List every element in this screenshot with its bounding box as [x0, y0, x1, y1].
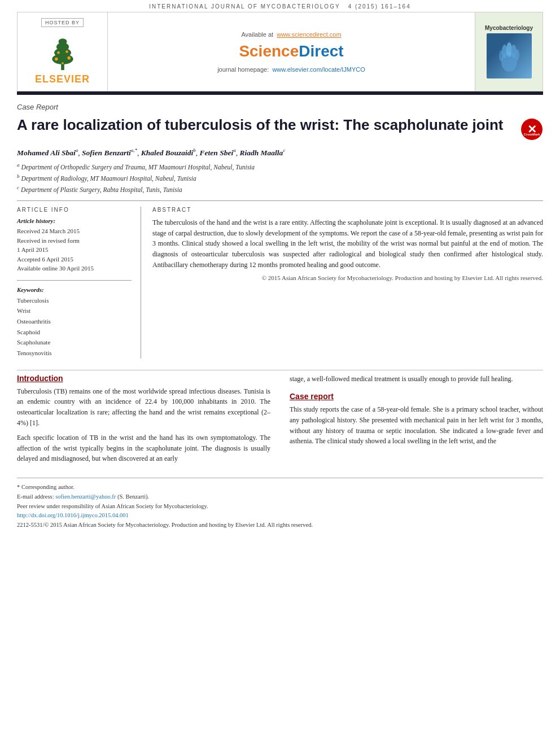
online-date: Available online 30 April 2015	[17, 264, 132, 273]
abstract-column: Abstract The tuberculosis of the hand an…	[152, 207, 543, 359]
journal-header-bar: International Journal of Mycobacteriolog…	[0, 0, 560, 12]
decorative-bar	[17, 91, 543, 95]
sd-direct: Direct	[299, 42, 343, 60]
accepted-date: Accepted 6 April 2015	[17, 255, 132, 264]
doi-anchor[interactable]: http://dx.doi.org/10.1016/j.ijmyco.2015.…	[17, 512, 129, 518]
revised-date: 1 April 2015	[17, 245, 132, 255]
journal-header: Hosted By ELSEVIER Availa	[17, 12, 543, 91]
author-3: Khaled Bouzaidi	[141, 148, 194, 157]
case-report-title: Case report	[290, 392, 543, 401]
svg-point-15	[499, 50, 504, 62]
elsevier-tree-icon	[46, 32, 80, 71]
corresponding-author-note: * Corresponding author. E-mail address: …	[17, 483, 543, 530]
author-2-sup: a,*	[131, 147, 137, 153]
svg-point-6	[67, 56, 71, 60]
journal-cover-image	[487, 33, 532, 78]
article-info-column: Article Info Article history: Received 2…	[17, 207, 141, 359]
svg-point-8	[65, 50, 68, 53]
footnote-section: * Corresponding author. E-mail address: …	[17, 478, 543, 530]
email-link[interactable]: sofien.benzarti@yahoo.fr	[55, 493, 116, 500]
email-line: E-mail address: sofien.benzarti@yahoo.fr…	[17, 492, 543, 502]
divider-1	[17, 200, 543, 201]
journal-homepage: journal homepage: www.elsevier.com/locat…	[217, 66, 365, 73]
journal-url[interactable]: www.elsevier.com/locate/IJMYCO	[272, 66, 365, 73]
keyword-1: Tuberculosis	[17, 295, 132, 306]
svg-point-7	[57, 51, 60, 54]
article-type-label: Case Report	[17, 103, 543, 111]
author-1-sup: a	[76, 147, 78, 153]
introduction-title: Introduction	[17, 374, 270, 383]
author-5: Riadh Maalla	[239, 148, 283, 157]
issn-note: 2212-5531/© 2015 Asian African Society f…	[17, 521, 543, 530]
case-report-body: This study reports the case of a 58-year…	[290, 404, 543, 446]
introduction-body: Tuberculosis (TB) remains one of the mos…	[17, 386, 270, 464]
affiliation-b: b Department of Radiology, MT Maamouri H…	[17, 172, 543, 184]
author-5-sup: c	[283, 147, 285, 153]
elsevier-text: ELSEVIER	[35, 73, 90, 85]
case-report-column: stage, a well-followed medical treatment…	[287, 374, 543, 469]
authors-list: Mohamed Ali Sbaia, Sofien Benzartia,*, K…	[17, 147, 543, 158]
article-info-heading: Article Info	[17, 207, 132, 213]
author-3-sup: b	[193, 147, 196, 153]
affiliations-list: a Department of Orthopedic Surgery and T…	[17, 161, 543, 195]
corresponding-label: * Corresponding author.	[17, 483, 543, 492]
author-4: Feten Sbei	[200, 148, 234, 157]
svg-point-9	[62, 62, 64, 64]
elsevier-logo: ELSEVIER	[35, 32, 90, 85]
body-two-col: Introduction Tuberculosis (TB) remains o…	[17, 374, 543, 469]
sd-science: Science	[239, 42, 299, 60]
svg-point-4	[58, 38, 67, 45]
keyword-2: Wrist	[17, 305, 132, 316]
volume-info: 4 (2015) 161–164	[348, 3, 411, 10]
affiliation-a: a Department of Orthopedic Surgery and T…	[17, 161, 543, 172]
keyword-6: Tenosynovitis	[17, 348, 132, 359]
doi-link: http://dx.doi.org/10.1016/j.ijmyco.2015.…	[17, 511, 543, 521]
available-at-label: Available at www.sciencedirect.com	[241, 31, 341, 38]
info-abstract-section: Article Info Article history: Received 2…	[17, 207, 543, 359]
sciencedirect-brand: ScienceDirect	[239, 42, 343, 60]
affiliation-c: c Department of Plastic Surgery, Rabta H…	[17, 184, 543, 195]
intro-continued-text: stage, a well-followed medical treatment…	[290, 374, 543, 385]
intro-para-2: Each specific location of TB in the wris…	[17, 433, 270, 464]
sciencedirect-section: Available at www.sciencedirect.com Scien…	[108, 12, 475, 91]
divider-keywords	[17, 280, 132, 281]
main-content: Case Report A rare localization of tuber…	[0, 103, 560, 530]
abstract-heading: Abstract	[152, 207, 543, 213]
svg-point-14	[515, 49, 519, 60]
abstract-text: The tuberculosis of the hand and the wri…	[152, 217, 543, 270]
svg-point-5	[55, 58, 58, 61]
article-title-section: A rare localization of tuberculosis of t…	[17, 116, 543, 141]
article-title-text: A rare localization of tuberculosis of t…	[17, 116, 520, 135]
intro-para-1: Tuberculosis (TB) remains one of the mos…	[17, 386, 270, 428]
revised-label: Received in revised form	[17, 236, 132, 246]
author-4-sup: a	[233, 147, 236, 153]
author-1: Mohamed Ali Sbai	[17, 148, 76, 157]
elsevier-logo-section: Hosted By ELSEVIER	[18, 12, 108, 91]
keyword-3: Osteoarthritis	[17, 316, 132, 327]
peer-review-note: Peer review under responsibility of Asia…	[17, 502, 543, 512]
body-section: Introduction Tuberculosis (TB) remains o…	[17, 370, 543, 469]
journal-label: Mycobacteriology	[485, 25, 533, 31]
case-report-para-1: This study reports the case of a 58-year…	[290, 404, 543, 446]
abstract-copyright: © 2015 Asian African Society for Mycobac…	[152, 274, 543, 281]
author-2: Sofien Benzarti	[82, 148, 131, 157]
keyword-5: Scapholunate	[17, 337, 132, 348]
introduction-column: Introduction Tuberculosis (TB) remains o…	[17, 374, 276, 469]
history-label: Article history:	[17, 217, 132, 224]
cover-art-icon	[492, 39, 526, 73]
journal-name: International Journal of Mycobacteriolog…	[149, 3, 340, 10]
keyword-4: Scaphoid	[17, 327, 132, 338]
sciencedirect-url[interactable]: www.sciencedirect.com	[277, 31, 341, 38]
svg-text:CrossMark: CrossMark	[524, 133, 540, 136]
keywords-section: Keywords: Tuberculosis Wrist Osteoarthri…	[17, 286, 132, 359]
received-date: Received 24 March 2015	[17, 226, 132, 236]
keywords-label: Keywords:	[17, 286, 132, 293]
crossmark-icon: ✕ CrossMark	[520, 118, 543, 141]
hosted-by-label: Hosted By	[41, 18, 84, 27]
intro-continued: stage, a well-followed medical treatment…	[290, 374, 543, 385]
journal-cover-section: Mycobacteriology	[475, 12, 542, 91]
